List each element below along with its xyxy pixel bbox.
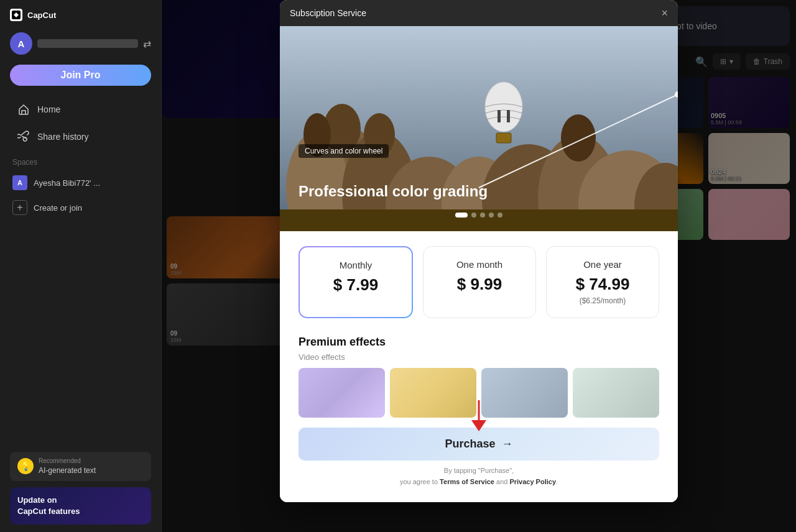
sidebar-bottom: 💡 Recommended AI-generated text Update o… (0, 444, 161, 532)
modal-titlebar: Subsciption Service × (280, 0, 678, 26)
app-logo-icon (10, 9, 22, 21)
hero-dot-4[interactable] (497, 213, 502, 218)
price-amount-one-month: $ 9.99 (433, 275, 525, 294)
premium-subtitle: Video effects (298, 352, 659, 362)
bulb-icon: 💡 (17, 458, 34, 474)
recommended-text: Recommended AI-generated text (39, 457, 96, 476)
share-icon (17, 131, 30, 143)
modal-close-button[interactable]: × (661, 7, 668, 19)
hero-title: Professional color grading (298, 183, 488, 200)
price-amount-one-year: $ 74.99 (557, 275, 649, 294)
price-card-monthly[interactable]: Monthly $ 7.99 (298, 246, 413, 318)
purchase-section: Purchase → By tapping "Purchase", you ag… (298, 428, 659, 487)
price-card-one-year[interactable]: One year $ 74.99 ($6.25/month) (546, 246, 659, 318)
price-label-one-month: One month (433, 259, 525, 270)
effect-thumb-3[interactable] (573, 368, 659, 418)
create-or-join[interactable]: + Create or join (0, 195, 161, 220)
premium-title: Premium effects (298, 336, 659, 349)
price-sub-one-year: ($6.25/month) (557, 296, 649, 305)
svg-point-15 (561, 114, 596, 162)
hero-dot-0[interactable] (455, 213, 468, 218)
svg-rect-22 (496, 133, 511, 143)
price-label-monthly: Monthly (310, 260, 402, 270)
join-pro-button[interactable]: Join Pro (10, 65, 151, 86)
subscription-modal: Subsciption Service × (280, 0, 678, 502)
user-row: A ⇄ (0, 27, 161, 62)
recommended-badge: 💡 Recommended AI-generated text (10, 452, 151, 481)
price-label-one-year: One year (557, 259, 649, 270)
modal-body: Monthly $ 7.99 One month $ 9.99 One year… (280, 231, 678, 502)
bg-area: 09 15M 09 15M Scri (162, 0, 796, 532)
pricing-row: Monthly $ 7.99 One month $ 9.99 One year… (298, 246, 659, 318)
sidebar-item-home[interactable]: Home (5, 97, 156, 122)
purchase-label: Purchase (445, 438, 495, 451)
svg-marker-26 (471, 420, 486, 431)
purchase-button[interactable]: Purchase → (298, 428, 659, 461)
sidebar-item-home-label: Home (37, 104, 60, 114)
hero-dots (455, 213, 502, 218)
svg-rect-21 (507, 110, 510, 122)
username-bar (37, 39, 138, 48)
effect-thumb-2[interactable] (481, 368, 568, 418)
spaces-label: Spaces (0, 150, 161, 170)
hero-landscape-svg (280, 26, 678, 231)
effect-thumb-0[interactable] (298, 368, 385, 418)
sidebar-item-share-history[interactable]: Share history (5, 124, 156, 149)
avatar: A (10, 32, 32, 55)
hero-dot-2[interactable] (480, 213, 485, 218)
update-banner: Update on CapCut features (10, 487, 151, 525)
modal-hero: Curves and color wheel Professional colo… (280, 26, 678, 231)
space-name: Ayesha Bibi772' ... (34, 178, 100, 188)
app-name: CapCut (27, 11, 56, 20)
hero-caption-tag: Curves and color wheel (298, 144, 389, 158)
privacy-link[interactable]: Privacy Policy (509, 478, 556, 485)
space-item[interactable]: A Ayesha Bibi772' ... (0, 170, 161, 195)
price-amount-monthly: $ 7.99 (310, 275, 402, 295)
price-card-one-month[interactable]: One month $ 9.99 (423, 246, 536, 318)
svg-rect-20 (497, 110, 501, 122)
hero-dot-1[interactable] (471, 213, 476, 218)
app-header: CapCut (0, 0, 161, 27)
svg-point-19 (485, 82, 522, 132)
effect-thumb-1[interactable] (390, 368, 476, 418)
home-icon (17, 103, 30, 116)
modal-title: Subsciption Service (290, 8, 366, 18)
space-avatar: A (12, 175, 27, 190)
sidebar: CapCut A ⇄ Join Pro Home Share history S… (0, 0, 162, 532)
tos-link[interactable]: Terms of Service (440, 478, 494, 485)
purchase-legal: By tapping "Purchase", you agree to Term… (298, 466, 659, 487)
switch-icon[interactable]: ⇄ (143, 38, 151, 50)
main-content: 09 15M 09 15M Scri (162, 0, 796, 532)
purchase-arrow-icon: → (502, 438, 513, 451)
red-arrow-indicator (466, 400, 491, 431)
modal-overlay: Subsciption Service × (162, 0, 796, 532)
plus-icon: + (12, 200, 27, 215)
create-join-label: Create or join (34, 203, 82, 213)
hero-dot-3[interactable] (489, 213, 494, 218)
sidebar-item-share-label: Share history (37, 132, 88, 142)
